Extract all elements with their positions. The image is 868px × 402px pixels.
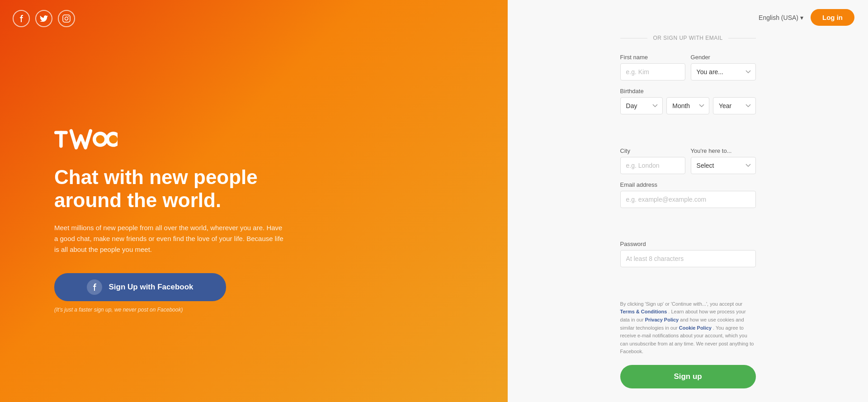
gender-group: Gender You are... Male Female — [691, 54, 756, 80]
city-group: City — [620, 147, 685, 174]
login-button[interactable]: Log in — [811, 9, 854, 26]
right-panel: English (USA) ▾ Log in OR SIGN UP WITH E… — [508, 0, 868, 402]
instagram-social-icon[interactable] — [58, 10, 75, 27]
facebook-signup-button[interactable]: Sign Up with Facebook — [54, 273, 226, 301]
email-input[interactable] — [620, 191, 756, 208]
year-select[interactable]: Year — [713, 97, 756, 114]
month-select[interactable]: Month January February — [666, 97, 709, 114]
divider: OR SIGN UP WITH EMAIL — [620, 35, 756, 41]
birthdate-group: Birthdate Day 1 2 3 Month January Februa… — [620, 88, 756, 140]
password-group: Password — [620, 241, 756, 293]
day-select[interactable]: Day 1 2 3 — [620, 97, 663, 114]
hereto-label: You're here to... — [691, 147, 756, 154]
language-dropdown-arrow: ▾ — [800, 14, 803, 21]
divider-text: OR SIGN UP WITH EMAIL — [653, 35, 722, 41]
twoo-logo — [54, 126, 118, 155]
facebook-social-icon[interactable] — [13, 10, 30, 27]
hereto-group: You're here to... Select Meet new people… — [691, 147, 756, 174]
signup-form: OR SIGN UP WITH EMAIL First name Gender … — [611, 35, 765, 402]
first-name-label: First name — [620, 54, 685, 61]
signup-button[interactable]: Sign up — [620, 365, 756, 388]
svg-point-2 — [68, 16, 69, 17]
privacy-policy-link[interactable]: Privacy Policy — [645, 317, 679, 322]
gender-label: Gender — [691, 54, 756, 61]
terms-text: By clicking 'Sign up' or 'Continue with.… — [620, 300, 756, 356]
facebook-disclaimer: (It's just a faster sign up, we never po… — [54, 307, 183, 313]
first-name-group: First name — [620, 54, 685, 80]
email-group: Email address — [620, 181, 756, 234]
left-panel: Chat with new people around the world. M… — [0, 0, 508, 402]
social-icons-bar — [0, 0, 508, 37]
facebook-btn-icon — [87, 279, 102, 295]
password-label: Password — [620, 241, 756, 247]
svg-rect-4 — [59, 131, 62, 147]
svg-point-1 — [65, 17, 68, 20]
facebook-signup-label: Sign Up with Facebook — [108, 283, 193, 292]
city-input[interactable] — [620, 157, 685, 174]
city-hereto-row: City You're here to... Select Meet new p… — [620, 147, 756, 174]
hereto-select[interactable]: Select Meet new people Find friends Find… — [691, 157, 756, 174]
city-label: City — [620, 147, 685, 154]
first-name-input[interactable] — [620, 63, 685, 80]
cookie-policy-link[interactable]: Cookie Policy — [679, 325, 712, 331]
name-gender-row: First name Gender You are... Male Female — [620, 54, 756, 80]
twitter-social-icon[interactable] — [35, 10, 52, 27]
terms-text-1: By clicking 'Sign up' or 'Continue with.… — [620, 301, 743, 307]
terms-conditions-link[interactable]: Terms & Conditions — [620, 309, 667, 314]
svg-point-6 — [96, 135, 104, 144]
email-label: Email address — [620, 181, 756, 188]
left-content: Chat with new people around the world. M… — [0, 37, 508, 402]
language-label: English (USA) — [759, 14, 798, 21]
gender-select[interactable]: You are... Male Female — [691, 63, 756, 80]
description: Meet millions of new people from all ove… — [54, 222, 285, 255]
birthdate-row: Day 1 2 3 Month January February Year — [620, 97, 756, 114]
svg-rect-0 — [63, 15, 70, 22]
svg-point-8 — [109, 135, 118, 144]
top-bar: English (USA) ▾ Log in — [508, 0, 868, 35]
password-input[interactable] — [620, 250, 756, 267]
birthdate-label: Birthdate — [620, 88, 756, 95]
tagline: Chat with new people around the world. — [54, 166, 289, 212]
language-selector[interactable]: English (USA) ▾ — [759, 14, 803, 21]
